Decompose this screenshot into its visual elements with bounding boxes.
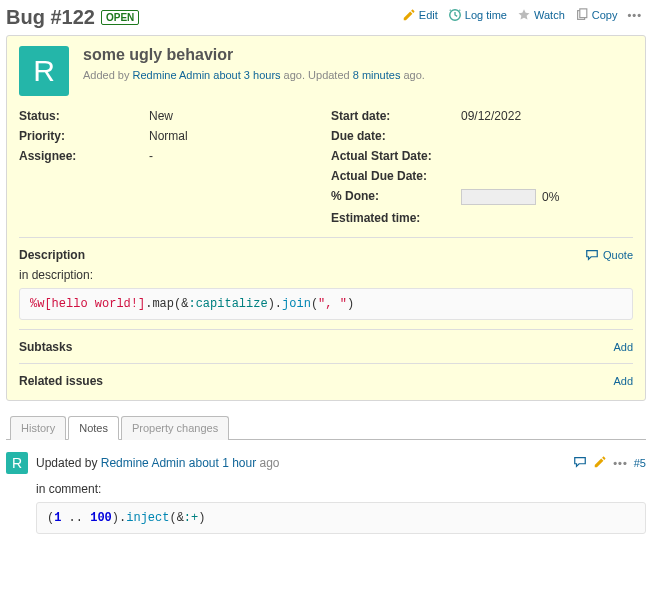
tab-notes[interactable]: Notes <box>68 416 119 440</box>
description-text: in description: <box>19 268 633 282</box>
note-quote-button[interactable] <box>573 455 587 471</box>
note-when-link[interactable]: about 1 hour <box>189 456 256 470</box>
star-icon <box>517 8 531 22</box>
history-tabs: History Notes Property changes <box>6 415 646 440</box>
issue-details: R some ugly behavior Added by Redmine Ad… <box>6 35 646 401</box>
priority-value: Normal <box>149 129 321 143</box>
log-time-label: Log time <box>465 9 507 21</box>
edit-label: Edit <box>419 9 438 21</box>
copy-link[interactable]: Copy <box>571 6 622 24</box>
attributes: Status:New Priority:Normal Assignee:- St… <box>19 106 633 238</box>
svg-rect-2 <box>580 9 587 18</box>
note-avatar: R <box>6 452 28 474</box>
issue-title: Bug #122 OPEN <box>6 6 139 29</box>
issue-subject: some ugly behavior <box>83 46 425 64</box>
pencil-icon <box>402 8 416 22</box>
description-heading: Description <box>19 248 85 262</box>
subtasks-heading: Subtasks <box>19 340 72 354</box>
status-label: Status: <box>19 109 149 123</box>
speech-bubble-icon <box>573 455 587 469</box>
copy-icon <box>575 8 589 22</box>
assignee-label: Assignee: <box>19 149 149 163</box>
note-code: (1 .. 100).inject(&:+) <box>36 502 646 534</box>
tab-property-changes[interactable]: Property changes <box>121 416 229 440</box>
note-text: in comment: <box>36 482 646 496</box>
watch-label: Watch <box>534 9 565 21</box>
copy-label: Copy <box>592 9 618 21</box>
actual-start-value <box>461 149 633 163</box>
due-date-label: Due date: <box>331 129 461 143</box>
note-entry: R Updated by Redmine Admin about 1 hour … <box>6 452 646 534</box>
top-actions: Edit Log time Watch Copy ••• <box>398 6 646 24</box>
log-time-link[interactable]: Log time <box>444 6 511 24</box>
estimated-label: Estimated time: <box>331 211 461 225</box>
priority-label: Priority: <box>19 129 149 143</box>
created-ago-link[interactable]: about 3 hours <box>213 69 280 81</box>
note-meta: Updated by Redmine Admin about 1 hour ag… <box>36 456 565 470</box>
note-author-link[interactable]: Redmine Admin <box>101 456 186 470</box>
note-edit-button[interactable] <box>593 455 607 471</box>
updated-ago-link[interactable]: 8 minutes <box>353 69 401 81</box>
related-heading: Related issues <box>19 374 103 388</box>
edit-link[interactable]: Edit <box>398 6 442 24</box>
add-related-link[interactable]: Add <box>613 375 633 387</box>
more-actions[interactable]: ••• <box>623 9 646 21</box>
tab-history[interactable]: History <box>10 416 66 440</box>
status-value: New <box>149 109 321 123</box>
add-subtask-link[interactable]: Add <box>613 341 633 353</box>
author-line: Added by Redmine Admin about 3 hours ago… <box>83 69 425 81</box>
start-date-value: 09/12/2022 <box>461 109 633 123</box>
description-code: %w[hello world!].map(&:capitalize).join(… <box>19 288 633 320</box>
quote-link[interactable]: Quote <box>585 248 633 262</box>
issue-id: Bug #122 <box>6 6 95 29</box>
avatar: R <box>19 46 69 96</box>
note-more-actions[interactable]: ••• <box>613 457 628 469</box>
done-label: % Done: <box>331 189 461 205</box>
due-date-value <box>461 129 633 143</box>
start-date-label: Start date: <box>331 109 461 123</box>
actual-start-label: Actual Start Date: <box>331 149 461 163</box>
watch-link[interactable]: Watch <box>513 6 569 24</box>
assignee-value: - <box>149 149 321 163</box>
pencil-icon <box>593 455 607 469</box>
author-link[interactable]: Redmine Admin <box>133 69 211 81</box>
note-anchor-link[interactable]: #5 <box>634 457 646 469</box>
status-badge: OPEN <box>101 10 139 25</box>
done-value: 0% <box>542 190 559 204</box>
progress-bar <box>461 189 536 205</box>
speech-bubble-icon <box>585 248 599 262</box>
clock-icon <box>448 8 462 22</box>
estimated-value <box>461 211 633 225</box>
actual-due-label: Actual Due Date: <box>331 169 461 183</box>
actual-due-value <box>461 169 633 183</box>
